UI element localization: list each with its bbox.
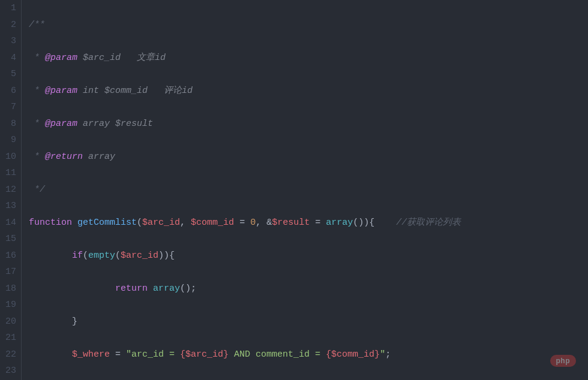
code-line: return array(); (29, 281, 588, 297)
line-number: 16 (2, 248, 16, 264)
line-number: 18 (2, 281, 16, 297)
line-number: 20 (2, 313, 16, 330)
operator: = (234, 218, 250, 228)
line-number: 13 (2, 198, 16, 215)
number: 0 (250, 218, 256, 228)
line-number: 12 (2, 182, 16, 198)
doctag-return: @return (45, 152, 83, 162)
line-number: 17 (2, 264, 16, 281)
comment-star: * (29, 86, 45, 96)
variable: $arc_id (121, 251, 158, 261)
line-number: 3 (2, 33, 16, 50)
line-number: 9 (2, 132, 16, 149)
variable: $_where (72, 349, 110, 360)
line-number-gutter: 1 2 3 4 5 6 7 8 9 10 11 12 13 14 15 16 1… (0, 0, 22, 380)
comment-star: * (29, 53, 45, 63)
line-number: 1 (2, 0, 16, 17)
line-number: 23 (2, 363, 16, 379)
string: "arc_id = (126, 349, 180, 360)
string: AND comment_id = (229, 349, 326, 360)
code-area[interactable]: /** * @param $arc_id 文章id * @param int $… (22, 0, 588, 380)
line-number: 7 (2, 99, 16, 116)
doctag-param: @param (45, 86, 77, 96)
string-interp: {$comm_id} (326, 349, 380, 360)
punctuation: )){ (158, 251, 175, 261)
line-number: 21 (2, 330, 16, 346)
keyword-function: function (29, 218, 72, 228)
doctag-param: @param (45, 53, 77, 63)
code-line: * @param $arc_id 文章id (29, 50, 588, 67)
builtin-empty: empty (88, 251, 115, 261)
line-number: 10 (2, 149, 16, 165)
code-line: * @param array $result (29, 116, 588, 132)
code-line: */ (29, 182, 588, 198)
keyword-if: if (72, 251, 83, 261)
code-line: * @param int $comm_id 评论id (29, 83, 588, 99)
punctuation: ; (385, 349, 391, 360)
brace-close: } (72, 316, 77, 327)
comment-star: * (29, 152, 45, 162)
line-number: 4 (2, 50, 16, 67)
line-number: 8 (2, 116, 16, 132)
doc-desc: array (83, 152, 115, 162)
builtin-array: array (153, 284, 180, 294)
code-line: $_where = "arc_id = {$arc_id} AND commen… (29, 346, 588, 363)
doctag-param: @param (45, 119, 77, 129)
comment-close: */ (29, 185, 45, 195)
comment-star: * (29, 119, 45, 129)
punctuation: ()){ (353, 218, 374, 228)
doc-desc: array $result (77, 119, 153, 129)
punctuation: (); (180, 284, 196, 294)
code-editor: 1 2 3 4 5 6 7 8 9 10 11 12 13 14 15 16 1… (0, 0, 588, 380)
builtin-array: array (326, 218, 353, 228)
variable: $comm_id (191, 218, 234, 228)
code-line: if(empty($arc_id)){ (29, 248, 588, 264)
code-line: * @return array (29, 149, 588, 165)
line-number: 11 (2, 165, 16, 182)
variable: $arc_id (142, 218, 180, 228)
line-number: 15 (2, 231, 16, 248)
comment-open: /** (29, 20, 45, 30)
function-name: getCommlist (77, 218, 137, 228)
variable: $result (272, 218, 310, 228)
keyword-return: return (115, 284, 148, 294)
line-number: 2 (2, 17, 16, 34)
doc-desc: $arc_id 文章id (77, 53, 166, 63)
line-number: 6 (2, 83, 16, 99)
string: " (380, 349, 385, 360)
line-number: 14 (2, 215, 16, 231)
code-line: } (29, 313, 588, 330)
string-interp: {$arc_id} (180, 349, 229, 360)
code-line: /** (29, 17, 588, 34)
comment-inline: //获取评论列表 (396, 218, 461, 228)
line-number: 5 (2, 66, 16, 83)
doc-desc: int $comm_id 评论id (77, 86, 193, 96)
code-line: function getCommlist($arc_id, $comm_id =… (29, 215, 588, 231)
line-number: 22 (2, 346, 16, 363)
line-number: 19 (2, 297, 16, 313)
